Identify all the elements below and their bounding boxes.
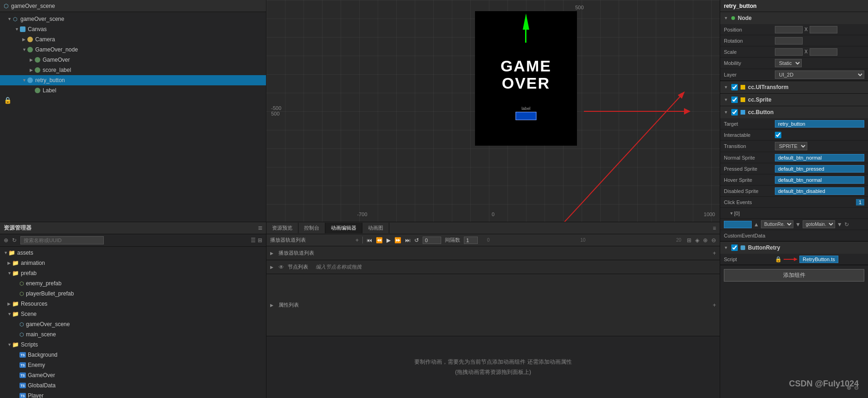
- asset-label: Player: [28, 392, 44, 398]
- button-retry-enabled-checkbox[interactable]: [731, 244, 738, 251]
- play-end-btn[interactable]: ⏭: [405, 237, 411, 244]
- tracks-add-btn[interactable]: +: [713, 250, 716, 257]
- asset-menu-icon[interactable]: ≡: [258, 224, 262, 232]
- axis-label-y2: -500: [271, 105, 281, 111]
- play-begin-btn[interactable]: ⏮: [367, 237, 372, 244]
- scene-icon: ⬡: [19, 321, 24, 327]
- asset-item-resources[interactable]: ▶ 📁 Resources: [0, 299, 266, 309]
- asset-item-enemy[interactable]: TS Enemy: [0, 360, 266, 370]
- timeline-icon1[interactable]: ⊞: [687, 237, 691, 244]
- tree-item-retry-button[interactable]: ▼ retry_button: [0, 75, 266, 85]
- tree-item-label[interactable]: Label: [0, 85, 266, 96]
- tab-asset-preview[interactable]: 资源预览: [266, 223, 298, 233]
- button-section-header[interactable]: ▼ cc.Button: [720, 106, 868, 118]
- button-retry-title: ButtonRetry: [748, 244, 780, 251]
- click-events-count: 1: [856, 199, 864, 205]
- fold-arrow: ▼: [7, 17, 12, 21]
- event-target-input[interactable]: retry_...: [724, 221, 752, 228]
- prefab-icon: ⬡: [19, 291, 24, 297]
- asset-item-enemy-prefab[interactable]: ⬡ enemy_prefab: [0, 278, 266, 289]
- tab-anim-editor[interactable]: 动画编辑器: [325, 223, 362, 233]
- asset-view-grid-icon[interactable]: ⊞: [258, 237, 262, 244]
- event-component-select[interactable]: ButtonRe...: [761, 220, 793, 228]
- add-track-btn[interactable]: +: [355, 237, 359, 244]
- asset-create-icon[interactable]: ⊕: [4, 237, 8, 244]
- asset-item-assets[interactable]: ▼ 📁 assets: [0, 248, 266, 258]
- button-retry-section-header[interactable]: ▼ ButtonRetry: [720, 242, 868, 254]
- prop-label-pressed-sprite: Pressed Sprite: [724, 166, 775, 172]
- asset-item-scripts[interactable]: ▼ 📁 Scripts: [0, 340, 266, 350]
- scene-header: ⬡ gameOver_scene: [0, 0, 266, 12]
- anim-settings-icon[interactable]: ≡: [713, 225, 716, 231]
- asset-label: assets: [17, 250, 33, 256]
- tree-item-gameover-node[interactable]: ▼ GameOver_node: [0, 45, 266, 55]
- tree-label: score_label: [43, 67, 71, 73]
- axis-label-x: 0: [492, 212, 494, 217]
- sprite-section: ▼ cc.Sprite: [720, 94, 868, 106]
- event-refresh-icon[interactable]: ↻: [844, 221, 849, 228]
- transition-select[interactable]: SPRITE: [775, 142, 807, 150]
- add-component-button[interactable]: 添加组件: [724, 269, 864, 282]
- position-x-input[interactable]: 0: [775, 26, 803, 33]
- interactable-checkbox[interactable]: [775, 132, 781, 138]
- tab-anim-graph[interactable]: 动画图: [362, 223, 389, 233]
- asset-item-player-bullet-prefab[interactable]: ⬡ playerBullet_prefab: [0, 289, 266, 299]
- play-btn[interactable]: ▶: [386, 237, 391, 244]
- anim-nodes-row[interactable]: ▶ 👁 节点列表 编入节点名称或拖拽: [266, 260, 720, 274]
- scale-y-input[interactable]: 1: [810, 48, 837, 56]
- timeline-icon2[interactable]: ◈: [695, 237, 699, 244]
- button-enabled-checkbox[interactable]: [731, 109, 738, 116]
- asset-view-list-icon[interactable]: ☰: [251, 237, 256, 244]
- scene-viewport[interactable]: 500 -500 0 1000 -700 500 GAMEOVER label: [266, 0, 720, 222]
- tree-label: Canvas: [28, 26, 47, 32]
- anim-tab-bar: 资源预览 控制台 动画编辑器 动画图 ≡: [266, 222, 720, 234]
- asset-item-player[interactable]: TS Player: [0, 391, 266, 398]
- asset-item-gameover-ts[interactable]: TS GameOver: [0, 370, 266, 380]
- play-next-btn[interactable]: ⏩: [394, 237, 401, 244]
- play-prev-btn[interactable]: ⏪: [376, 237, 383, 244]
- rotation-input[interactable]: 0: [775, 37, 803, 45]
- anim-props-row[interactable]: ▶ 属性列表 +: [266, 274, 720, 336]
- tree-item-gameOver_scene[interactable]: ▼ ⬡ gameOver_scene: [0, 14, 266, 24]
- timeline-icon4[interactable]: ⊖: [711, 237, 716, 244]
- sprite-section-header[interactable]: ▼ cc.Sprite: [720, 94, 868, 106]
- loop-btn[interactable]: ↺: [414, 237, 419, 244]
- event-method-select[interactable]: gotoMain...: [803, 220, 835, 228]
- node-section-header[interactable]: ▼ Node: [720, 12, 868, 24]
- asset-manager-title: 资源管理器: [4, 224, 32, 232]
- uitransform-enabled-checkbox[interactable]: [731, 84, 738, 90]
- asset-label: Scripts: [21, 341, 38, 348]
- asset-item-animation[interactable]: ▶ 📁 animation: [0, 258, 266, 268]
- asset-search-input[interactable]: [20, 236, 104, 244]
- timeline-icon3[interactable]: ⊕: [703, 237, 708, 244]
- anim-icon2[interactable]: ⊖: [854, 383, 859, 393]
- asset-item-gameover-scene[interactable]: ⬡ gameOver_scene: [0, 319, 266, 329]
- asset-item-prefab[interactable]: ▼ 📁 prefab: [0, 268, 266, 278]
- prop-label-interactable: Interactable: [724, 132, 775, 138]
- prop-hover-sprite: Hover Sprite default_btn_normal: [720, 174, 868, 186]
- time-input[interactable]: 0: [423, 237, 441, 244]
- props-add-btn[interactable]: +: [713, 302, 716, 308]
- tab-console[interactable]: 控制台: [298, 223, 325, 233]
- scale-x-input[interactable]: 1: [775, 48, 803, 56]
- asset-item-main-scene[interactable]: ⬡ main_scene: [0, 329, 266, 340]
- script-arrow-svg: [784, 256, 798, 263]
- asset-item-background[interactable]: TS Background: [0, 350, 266, 360]
- interval-input[interactable]: 1: [464, 237, 478, 244]
- tree-item-gameover[interactable]: ▶ GameOver: [0, 55, 266, 65]
- tree-item-camera[interactable]: ▶ Camera: [0, 34, 266, 45]
- hover-sprite-chip: default_btn_normal: [775, 176, 864, 184]
- asset-item-scene-folder[interactable]: ▼ 📁 Scene: [0, 309, 266, 319]
- tree-label: Label: [43, 87, 56, 94]
- asset-refresh-icon[interactable]: ↻: [12, 237, 17, 244]
- tree-item-canvas[interactable]: ▼ Canvas: [0, 24, 266, 34]
- sprite-enabled-checkbox[interactable]: [731, 96, 738, 103]
- mobility-select[interactable]: Static: [775, 59, 802, 67]
- tree-item-score-label[interactable]: ▶ score_label: [0, 65, 266, 75]
- anim-icon1[interactable]: ⊕: [847, 383, 851, 393]
- position-y-input[interactable]: -282.468: [810, 26, 837, 33]
- uitransform-section-header[interactable]: ▼ cc.UITransform: [720, 81, 868, 93]
- layer-select[interactable]: UI_2D: [775, 71, 864, 79]
- anim-tracks-row[interactable]: ▶ 播放器轨道列表 +: [266, 246, 720, 260]
- asset-item-globaldata[interactable]: TS GlobalData: [0, 380, 266, 391]
